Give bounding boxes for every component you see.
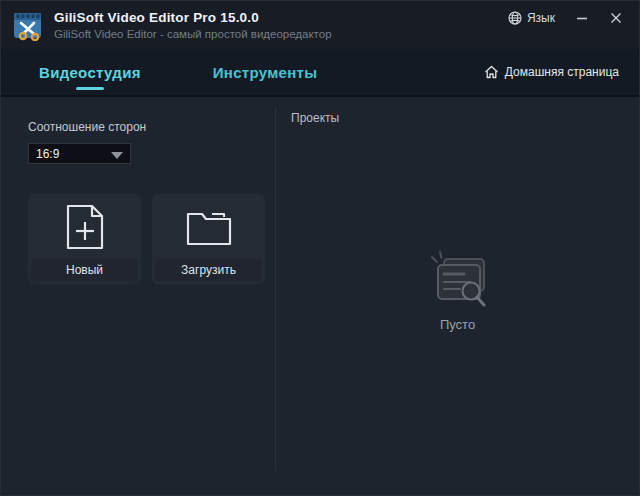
load-project-label: Загрузить xyxy=(155,259,262,281)
home-page-button[interactable]: Домашняя страница xyxy=(478,61,625,83)
home-icon xyxy=(484,65,499,79)
aspect-ratio-value: 16:9 xyxy=(36,147,59,161)
window-controls: Язык xyxy=(502,8,629,28)
aspect-ratio-label: Соотношение сторон xyxy=(28,120,275,134)
new-project-button[interactable]: Новый xyxy=(28,194,141,284)
tab-video-studio-label: Видеостудия xyxy=(39,64,141,81)
home-page-label: Домашняя страница xyxy=(505,65,619,79)
language-button[interactable]: Язык xyxy=(502,9,561,27)
new-project-label: Новый xyxy=(31,259,138,281)
open-folder-icon xyxy=(186,208,232,246)
projects-header: Проекты xyxy=(291,111,639,125)
load-project-button[interactable]: Загрузить xyxy=(152,194,265,284)
app-logo-icon xyxy=(13,10,44,41)
minimize-button[interactable] xyxy=(569,8,595,28)
aspect-ratio-select[interactable]: 16:9 xyxy=(28,143,131,164)
new-document-icon xyxy=(66,204,104,250)
title-block: GiliSoft Video Editor Pro 15.0.0 GiliSof… xyxy=(54,10,332,41)
app-window: GiliSoft Video Editor Pro 15.0.0 GiliSof… xyxy=(0,0,640,496)
close-button[interactable] xyxy=(603,8,629,28)
chevron-down-icon xyxy=(111,152,123,159)
app-subtitle: GiliSoft Video Editor - самый простой ви… xyxy=(54,27,332,41)
minimize-icon xyxy=(576,12,588,24)
title-bar: GiliSoft Video Editor Pro 15.0.0 GiliSof… xyxy=(1,1,639,49)
empty-text: Пусто xyxy=(440,317,475,332)
tab-video-studio[interactable]: Видеостудия xyxy=(39,49,141,95)
globe-icon xyxy=(508,11,522,25)
projects-panel: Проекты Пусто xyxy=(276,97,639,495)
left-panel: Соотношение сторон 16:9 Новый xyxy=(1,97,275,495)
tab-tools-label: Инструменты xyxy=(213,64,318,81)
active-tab-underline xyxy=(76,87,104,90)
tab-bar: Видеостудия Инструменты Домашняя страниц… xyxy=(1,49,639,97)
tab-tools[interactable]: Инструменты xyxy=(213,49,318,95)
projects-empty-state: Пусто xyxy=(276,247,639,332)
main-content: Соотношение сторон 16:9 Новый xyxy=(1,97,639,495)
empty-projects-icon xyxy=(426,247,490,311)
project-actions: Новый Загрузить xyxy=(28,194,275,284)
language-label: Язык xyxy=(527,11,555,25)
close-icon xyxy=(610,12,622,24)
app-title: GiliSoft Video Editor Pro 15.0.0 xyxy=(54,10,332,26)
